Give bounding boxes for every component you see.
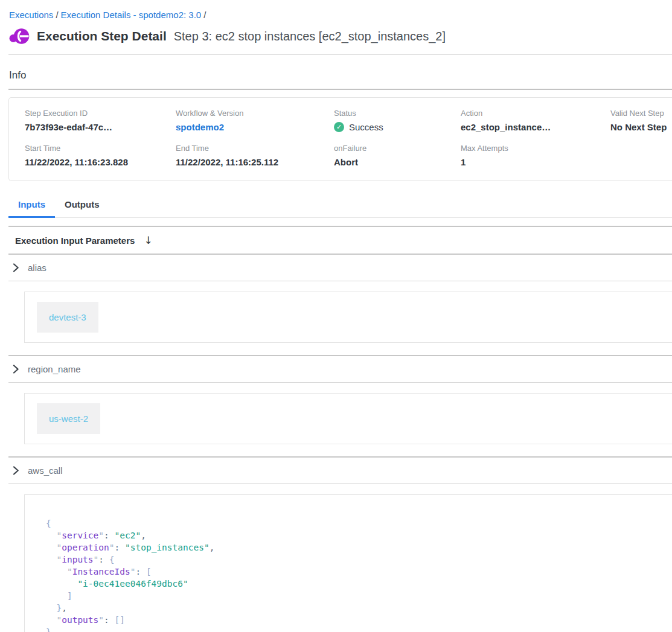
- section-body: { "service": "ec2", "operation": "stop_i…: [8, 484, 672, 632]
- section-name: alias: [28, 263, 46, 273]
- field-workflow-version: Workflow & Version spotdemo2: [176, 109, 334, 132]
- field-value: 7b73f93e-edaf-47c…: [25, 122, 176, 132]
- field-valid-next-step: Valid Next Step No Next Step: [610, 109, 672, 132]
- tab-outputs[interactable]: Outputs: [55, 193, 109, 218]
- value-box: us-west-2: [24, 393, 672, 444]
- code-line: "operation": "stop_instances",: [46, 541, 672, 554]
- field-value: ec2_stop_instance…: [461, 122, 610, 132]
- page-title: Execution Step Detail: [37, 29, 167, 43]
- field-value: No Next Step: [610, 122, 672, 132]
- field-status: Status ✓ Success: [334, 109, 461, 132]
- json-code-block: { "service": "ec2", "operation": "stop_i…: [24, 494, 672, 632]
- chevron-right-icon: [13, 365, 19, 374]
- chevron-right-icon: [13, 466, 19, 475]
- tab-inputs[interactable]: Inputs: [8, 193, 55, 218]
- code-line: "inputs": {: [46, 554, 672, 566]
- field-label: End Time: [176, 144, 334, 153]
- field-label: Step Execution ID: [25, 109, 176, 118]
- execution-input-parameters-heading: Execution Input Parameters: [15, 235, 135, 246]
- success-check-icon: ✓: [334, 122, 344, 132]
- param-section-region-name: region_name us-west-2: [8, 355, 672, 456]
- breadcrumb-link-executions[interactable]: Executions: [9, 10, 53, 20]
- code-line: "i-0ec41ee046f49dbc6": [46, 578, 672, 590]
- code-line: "InstanceIds": [: [46, 566, 672, 578]
- field-label: Start Time: [25, 144, 176, 153]
- code-line: "outputs": []: [46, 614, 672, 626]
- execution-input-parameters-row: Execution Input Parameters ↓: [8, 226, 672, 255]
- field-value: 1: [461, 157, 610, 167]
- field-label: Status: [334, 109, 461, 118]
- param-section-alias: alias devtest-3: [8, 255, 672, 355]
- section-name: aws_call: [28, 465, 63, 476]
- code-line: {: [46, 517, 672, 529]
- field-start-time: Start Time 11/22/2022, 11:16:23.828: [25, 144, 176, 167]
- field-max-attempts: Max Attempts 1: [461, 144, 610, 167]
- section-body: us-west-2: [8, 383, 672, 456]
- code-line: "service": "ec2",: [46, 529, 672, 541]
- status-badge: ✓ Success: [334, 122, 461, 132]
- section-toggle-alias[interactable]: alias: [8, 255, 672, 281]
- brand-logo-icon: [8, 27, 30, 45]
- field-value: Abort: [334, 157, 461, 167]
- workflow-link[interactable]: spotdemo2: [176, 122, 334, 132]
- chevron-right-icon: [13, 263, 19, 272]
- field-value: 11/22/2022, 11:16:25.112: [176, 157, 334, 167]
- code-line: }: [46, 626, 672, 632]
- section-toggle-region-name[interactable]: region_name: [8, 355, 672, 383]
- breadcrumb-separator: /: [201, 10, 208, 20]
- breadcrumb: Executions/Execution Details - spotdemo2…: [0, 0, 672, 20]
- page-header: Execution Step Detail Step 3: ec2 stop i…: [8, 27, 672, 45]
- field-label: Workflow & Version: [176, 109, 334, 118]
- header-divider: [8, 54, 672, 55]
- field-label: Valid Next Step: [610, 109, 672, 118]
- section-body: devtest-3: [8, 281, 672, 355]
- param-section-aws-call: aws_call { "service": "ec2", "operation"…: [8, 456, 672, 632]
- info-divider: [8, 89, 672, 90]
- field-onfailure: onFailure Abort: [334, 144, 461, 167]
- info-heading: Info: [9, 69, 672, 81]
- field-label: onFailure: [334, 144, 461, 153]
- info-card: Step Execution ID 7b73f93e-edaf-47c… Wor…: [8, 97, 672, 181]
- breadcrumb-link-execution-details[interactable]: Execution Details - spotdemo2: 3.0: [61, 10, 202, 20]
- region-name-value-chip: us-west-2: [37, 403, 100, 434]
- code-line: ]: [46, 590, 672, 602]
- status-text: Success: [349, 122, 383, 132]
- page-subtitle: Step 3: ec2 stop instances [ec2_stop_ins…: [174, 30, 446, 43]
- field-label: Action: [461, 109, 610, 118]
- alias-value-chip: devtest-3: [37, 302, 98, 333]
- code-line: },: [46, 602, 672, 614]
- tab-bar: Inputs Outputs: [8, 193, 672, 218]
- field-value: 11/22/2022, 11:16:23.828: [25, 157, 176, 167]
- field-empty: [610, 144, 672, 167]
- value-box: devtest-3: [24, 292, 672, 343]
- field-action: Action ec2_stop_instance…: [461, 109, 610, 132]
- section-name: region_name: [28, 364, 81, 374]
- field-end-time: End Time 11/22/2022, 11:16:25.112: [176, 144, 334, 167]
- breadcrumb-separator: /: [53, 10, 60, 20]
- section-toggle-aws-call[interactable]: aws_call: [8, 456, 672, 484]
- arrow-down-icon[interactable]: ↓: [144, 234, 152, 246]
- field-step-execution-id: Step Execution ID 7b73f93e-edaf-47c…: [25, 109, 176, 132]
- field-label: Max Attempts: [461, 144, 610, 153]
